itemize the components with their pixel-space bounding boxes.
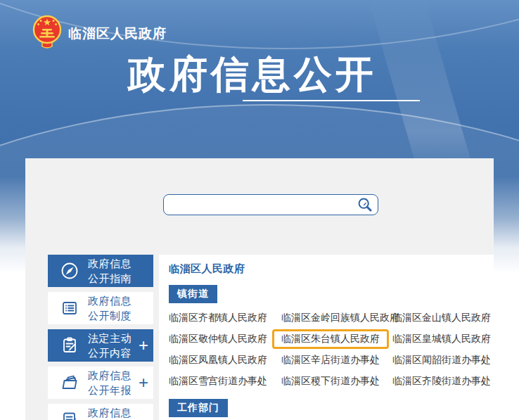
entity-link[interactable]: 临淄区凤凰镇人民政府 — [160, 350, 276, 370]
section-badge-towns: 镇街道 — [169, 285, 217, 303]
document-pen-icon — [59, 409, 80, 420]
entity-link[interactable]: 临淄区齐陵街道办事处 — [383, 371, 494, 391]
content-card: 政府信息 公开指南 政府信息 — [25, 158, 494, 420]
expand-plus-icon[interactable]: + — [139, 337, 148, 354]
sidebar-item-disclosure-system[interactable]: 政府信息 公开制度 — [48, 292, 153, 324]
main-panel: 临淄区人民政府 镇街道 临淄区齐都镇人民政府 临淄区金岭回族镇人民政府 临淄区金… — [159, 255, 494, 420]
entity-link-highlighted[interactable]: 临淄区朱台镇人民政府 — [272, 329, 389, 349]
sidebar-item-disclosure-on-request[interactable]: 政府信息 依申请公开 — [48, 404, 153, 420]
sidebar-item-annual-report[interactable]: 政府信息 公开年报 + — [48, 367, 153, 399]
title-underline — [243, 100, 420, 101]
site-name: 临淄区人民政府 — [68, 25, 167, 43]
entity-link[interactable]: 临淄区辛店街道办事处 — [272, 350, 389, 370]
compass-icon — [59, 260, 80, 281]
list-icon — [59, 298, 80, 319]
search-input[interactable] — [164, 196, 357, 214]
clipboard-pen-icon — [59, 335, 80, 356]
national-emblem-icon — [32, 14, 63, 49]
entity-link[interactable]: 临淄区金山镇人民政府 — [383, 308, 494, 328]
main-title: 临淄区人民政府 — [169, 262, 494, 276]
expand-plus-icon[interactable]: + — [139, 374, 148, 391]
page: 临淄区人民政府 政府信息公开 — [0, 0, 519, 420]
section-badge-departments: 工作部门 — [169, 399, 228, 417]
folder-icon — [59, 372, 80, 393]
entity-link[interactable]: 临淄区齐都镇人民政府 — [160, 308, 276, 328]
entity-link[interactable]: 临淄区稷下街道办事处 — [272, 371, 389, 391]
search-box[interactable] — [163, 194, 378, 215]
sidebar-item-label: 政府信息 公开指南 — [88, 256, 132, 286]
entity-link[interactable]: 临淄区敬仲镇人民政府 — [160, 329, 276, 349]
sidebar-item-statutory-disclosure[interactable]: 法定主动 公开内容 + — [48, 329, 153, 362]
page-title: 政府信息公开 — [0, 49, 519, 101]
entity-link[interactable]: 临淄区闻韶街道办事处 — [383, 350, 494, 370]
search-icon[interactable] — [357, 197, 373, 212]
sidebar-item-label: 政府信息 依申请公开 — [88, 405, 143, 420]
sidebar-item-label: 法定主动 公开内容 — [88, 331, 132, 360]
sidebar-item-disclosure-guide[interactable]: 政府信息 公开指南 — [48, 255, 153, 287]
links-grid: 临淄区齐都镇人民政府 临淄区金岭回族镇人民政府 临淄区金山镇人民政府 临淄区敬仲… — [169, 307, 494, 392]
entity-link[interactable]: 临淄区皇城镇人民政府 — [383, 329, 494, 349]
sidebar: 政府信息 公开指南 政府信息 — [48, 255, 153, 420]
sidebar-item-label: 政府信息 公开年报 — [88, 368, 132, 397]
sidebar-item-label: 政府信息 公开制度 — [88, 293, 132, 323]
top-bar: 临淄区人民政府 — [32, 14, 167, 49]
entity-link[interactable]: 临淄区雪宫街道办事处 — [160, 371, 276, 391]
